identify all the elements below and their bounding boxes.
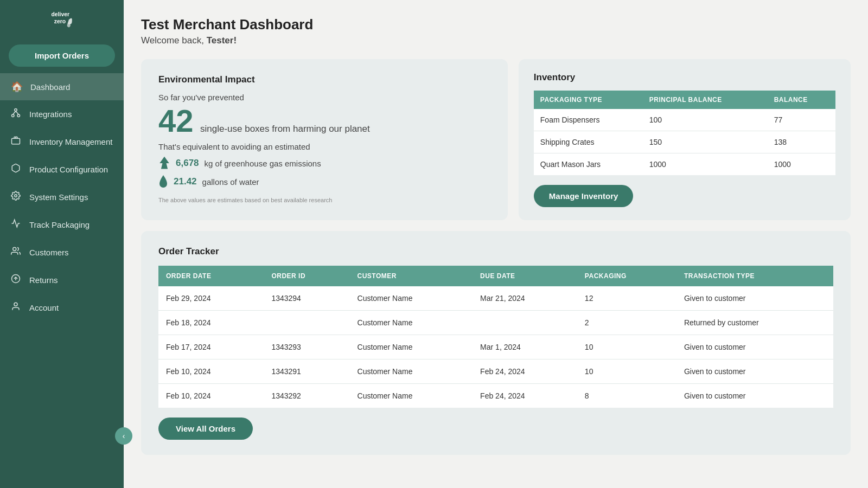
customer-cell: Customer Name [350,384,473,408]
greenhouse-stat: 6,678 kg of greenhouse gas emissions [158,156,490,171]
tree-icon [158,156,170,171]
order-id-cell: 1343293 [264,335,349,359]
sidebar-item-label: Track Packaging [29,220,90,229]
env-disclaimer: The above values are estimates based on … [158,197,490,203]
table-row: Feb 10, 2024 1343292 Customer Name Feb 2… [158,384,833,408]
logo-area: deliver zero [0,0,124,38]
svg-point-13 [14,303,17,306]
product-config-icon [11,163,22,176]
track-icon [11,219,22,231]
order-date-cell: Feb 17, 2024 [158,335,264,359]
page-title: Test Merchant Dashboard [141,16,851,33]
sidebar-item-integrations[interactable]: Integrations [0,100,124,128]
order-tracker-table: Order Date Order ID Customer Due Date Pa… [158,266,833,408]
svg-text:zero: zero [54,18,66,24]
home-icon: 🏠 [11,81,23,93]
sidebar-item-dashboard[interactable]: 🏠 Dashboard [0,73,124,100]
inventory-card: Inventory Packaging Type Principal Balan… [519,59,851,220]
sidebar-item-inventory[interactable]: Inventory Management [0,128,124,156]
order-id-cell: 1343291 [264,359,349,384]
customer-cell: Customer Name [350,286,473,311]
customer-cell: Customer Name [350,311,473,335]
order-date-cell: Feb 10, 2024 [158,359,264,384]
col-due-date: Due Date [473,266,577,286]
order-id-cell: 1343294 [264,286,349,311]
col-order-date: Order Date [158,266,264,286]
svg-point-10 [13,247,16,251]
big-number-row: 42 single-use boxes from harming our pla… [158,105,490,137]
svg-line-6 [13,111,16,114]
due-date-cell: Feb 24, 2024 [473,359,577,384]
sidebar-item-product-config[interactable]: Product Configuration [0,156,124,183]
sidebar-item-label: Dashboard [30,82,70,92]
sidebar-item-label: Product Configuration [29,165,108,174]
col-customer: Customer [350,266,473,286]
packaging-cell: 10 [577,359,676,384]
transaction-type-cell: Given to customer [676,335,833,359]
settings-icon [11,191,22,203]
top-row: Environmental Impact So far you've preve… [141,59,851,220]
manage-inventory-button[interactable]: Manage Inventory [534,185,634,207]
sidebar-item-system-settings[interactable]: System Settings [0,183,124,211]
packaging-cell: 8 [577,384,676,408]
welcome-message: Welcome back, Tester! [141,35,851,46]
water-stat: 21.42 gallons of water [158,174,490,189]
transaction-type-cell: Returned by customer [676,311,833,335]
packaging-cell: 12 [577,286,676,311]
view-all-orders-button[interactable]: View All Orders [158,418,253,440]
transaction-type-cell: Given to customer [676,359,833,384]
due-date-cell: Feb 24, 2024 [473,384,577,408]
order-date-cell: Feb 29, 2024 [158,286,264,311]
table-row: Feb 18, 2024 Customer Name 2 Returned by… [158,311,833,335]
inventory-icon [11,136,22,148]
packaging-cell: 10 [577,335,676,359]
table-row: Shipping Crates 150 138 [534,131,835,153]
packaging-type-cell: Foam Dispensers [534,109,643,131]
due-date-cell: Mar 21, 2024 [473,286,577,311]
col-packaging-type: Packaging Type [534,91,643,109]
integrations-icon [11,108,22,120]
inventory-title: Inventory [534,72,835,83]
sidebar-item-track-packaging[interactable]: Track Packaging [0,211,124,239]
sidebar-item-customers[interactable]: Customers [0,239,124,266]
packaging-cell: 2 [577,311,676,335]
sidebar-collapse-button[interactable]: ‹ [115,427,132,445]
sidebar-item-label: Integrations [29,110,72,119]
customers-icon [11,246,22,259]
inventory-table: Packaging Type Principal Balance Balance… [534,91,835,175]
table-row: Quart Mason Jars 1000 1000 [534,153,835,176]
big-number: 42 [158,103,194,138]
order-date-cell: Feb 18, 2024 [158,311,264,335]
water-icon [158,174,168,189]
principal-balance-cell: 150 [643,131,768,153]
returns-icon [11,274,22,286]
transaction-type-cell: Given to customer [676,286,833,311]
col-order-id: Order ID [264,266,349,286]
prevented-text: So far you've prevented [158,93,490,102]
packaging-type-cell: Shipping Crates [534,131,643,153]
sidebar-item-label: Inventory Management [29,137,112,146]
sidebar-item-account[interactable]: Account [0,294,124,322]
sidebar-item-label: Customers [29,248,69,257]
account-icon [11,301,22,314]
svg-point-4 [12,114,15,117]
order-id-cell: 1343292 [264,384,349,408]
balance-cell: 138 [768,131,835,153]
order-id-cell [264,311,349,335]
sidebar: deliver zero Import Orders 🏠 Dashboard I… [0,0,124,488]
main-content: Test Merchant Dashboard Welcome back, Te… [124,0,868,488]
sidebar-item-returns[interactable]: Returns [0,266,124,294]
transaction-type-cell: Given to customer [676,384,833,408]
env-card-title: Environmental Impact [158,74,490,85]
balance-cell: 77 [768,109,835,131]
svg-marker-14 [159,157,169,169]
svg-rect-8 [12,138,20,144]
col-packaging: Packaging [577,266,676,286]
import-orders-button[interactable]: Import Orders [9,44,115,67]
table-row: Feb 29, 2024 1343294 Customer Name Mar 2… [158,286,833,311]
environmental-impact-card: Environmental Impact So far you've preve… [141,59,508,220]
table-row: Foam Dispensers 100 77 [534,109,835,131]
sidebar-nav: 🏠 Dashboard Integrations Inventory Manag… [0,73,124,322]
sidebar-item-label: Account [29,303,59,312]
col-transaction-type: Transaction Type [676,266,833,286]
